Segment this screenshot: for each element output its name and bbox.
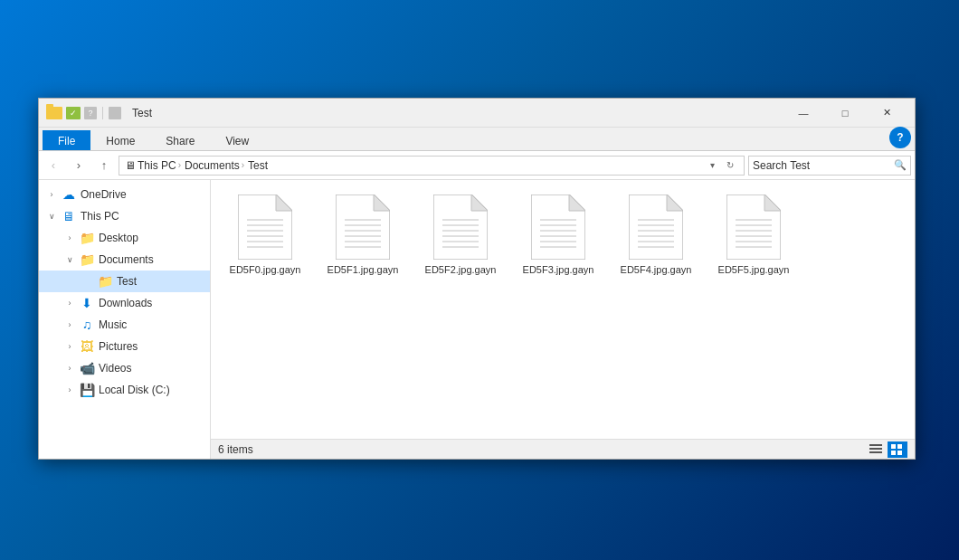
address-bar: ‹ › ↑ 🖥 This PC › Documents › Test ▾ ↻ bbox=[39, 151, 915, 180]
sidebar: › ☁ OneDrive ∨ 🖥 This PC › 📁 Desktop ∨ 📁… bbox=[39, 180, 211, 459]
expand-icon-local-disk: › bbox=[64, 385, 75, 394]
svg-marker-33 bbox=[667, 195, 683, 211]
explorer-window: ✓ ? Test — □ ✕ File Home Share View ? ‹ … bbox=[38, 98, 916, 460]
address-dropdown-button[interactable]: ▾ bbox=[704, 156, 720, 176]
downloads-icon: ⬇ bbox=[79, 296, 95, 310]
desktop-label: Desktop bbox=[99, 232, 138, 244]
back-button[interactable]: ‹ bbox=[43, 155, 64, 176]
svg-marker-25 bbox=[569, 195, 585, 211]
music-icon: ♫ bbox=[79, 318, 95, 332]
search-input[interactable] bbox=[753, 159, 890, 172]
svg-rect-48 bbox=[869, 444, 882, 446]
view-icons-button[interactable] bbox=[888, 441, 907, 458]
svg-rect-51 bbox=[891, 444, 896, 449]
close-button[interactable]: ✕ bbox=[866, 99, 907, 128]
window-controls: — □ ✕ bbox=[783, 99, 907, 128]
local-disk-label: Local Disk (C:) bbox=[99, 384, 170, 396]
svg-marker-9 bbox=[374, 195, 390, 211]
sidebar-item-pictures[interactable]: › 🖼 Pictures bbox=[39, 336, 210, 357]
sidebar-item-documents[interactable]: ∨ 📁 Documents bbox=[39, 249, 210, 271]
file-item-0[interactable]: ED5F0.jpg.gayn bbox=[220, 189, 310, 281]
tab-share[interactable]: Share bbox=[150, 130, 210, 150]
help-button[interactable]: ? bbox=[889, 127, 911, 148]
svg-marker-41 bbox=[764, 195, 781, 211]
tab-file[interactable]: File bbox=[43, 130, 90, 150]
file-icon-5 bbox=[726, 195, 781, 260]
file-icon-2 bbox=[433, 195, 488, 260]
expand-icon-videos: › bbox=[64, 364, 75, 373]
file-icon-4 bbox=[629, 195, 683, 260]
ribbon-tabs: File Home Share View ? bbox=[39, 128, 915, 151]
file-name-5: ED5F5.jpg.gayn bbox=[718, 263, 790, 276]
svg-rect-54 bbox=[897, 451, 902, 455]
sidebar-item-music[interactable]: › ♫ Music bbox=[39, 314, 210, 336]
up-button[interactable]: ↑ bbox=[93, 155, 115, 176]
expand-icon-thispc: ∨ bbox=[46, 212, 57, 221]
expand-icon-documents: ∨ bbox=[64, 255, 75, 264]
folder-icon-test: 📁 bbox=[97, 274, 113, 289]
qmark-icon: ? bbox=[84, 107, 97, 119]
file-content: ED5F0.jpg.gayn bbox=[211, 180, 915, 439]
view-buttons bbox=[866, 441, 907, 458]
search-icon: 🔍 bbox=[894, 159, 907, 171]
title-bar-icons: ✓ ? bbox=[46, 107, 121, 119]
svg-rect-49 bbox=[869, 448, 882, 450]
file-item-3[interactable]: ED5F3.jpg.gayn bbox=[513, 189, 603, 281]
test-label: Test bbox=[117, 275, 137, 288]
item-count: 6 items bbox=[218, 443, 253, 456]
file-icon-1 bbox=[336, 195, 390, 260]
videos-icon: 📹 bbox=[79, 361, 95, 375]
file-area: ED5F0.jpg.gayn bbox=[211, 180, 915, 459]
address-actions: ▾ ↻ bbox=[704, 156, 738, 176]
refresh-button[interactable]: ↻ bbox=[722, 156, 738, 176]
main-area: › ☁ OneDrive ∨ 🖥 This PC › 📁 Desktop ∨ 📁… bbox=[39, 180, 915, 459]
svg-rect-50 bbox=[869, 451, 882, 453]
breadcrumb-documents[interactable]: Documents › bbox=[185, 159, 244, 172]
view-details-button[interactable] bbox=[866, 441, 886, 458]
folder-icon-desktop: 📁 bbox=[79, 231, 95, 245]
breadcrumb-this-pc[interactable]: 🖥 This PC › bbox=[125, 159, 181, 172]
downloads-label: Downloads bbox=[99, 297, 152, 309]
file-name-3: ED5F3.jpg.gayn bbox=[523, 263, 594, 276]
nav-icon bbox=[109, 107, 121, 119]
sidebar-item-videos[interactable]: › 📹 Videos bbox=[39, 357, 210, 379]
expand-icon-downloads: › bbox=[64, 299, 75, 308]
this-pc-label: This PC bbox=[81, 210, 119, 223]
file-icon-0 bbox=[238, 195, 292, 260]
sidebar-item-local-disk[interactable]: › 💾 Local Disk (C:) bbox=[39, 379, 210, 401]
sidebar-item-onedrive[interactable]: › ☁ OneDrive bbox=[39, 184, 210, 205]
folder-icon-documents: 📁 bbox=[79, 252, 95, 267]
file-item-5[interactable]: ED5F5.jpg.gayn bbox=[708, 189, 799, 281]
file-item-4[interactable]: ED5F4.jpg.gayn bbox=[611, 189, 701, 281]
sidebar-item-downloads[interactable]: › ⬇ Downloads bbox=[39, 292, 210, 314]
videos-label: Videos bbox=[99, 362, 131, 375]
sep2: › bbox=[242, 160, 244, 170]
pictures-label: Pictures bbox=[99, 340, 138, 353]
file-name-1: ED5F1.jpg.gayn bbox=[328, 263, 399, 276]
sidebar-item-test[interactable]: 📁 Test bbox=[39, 271, 210, 292]
sep1: › bbox=[178, 160, 181, 170]
maximize-button[interactable]: □ bbox=[824, 99, 866, 128]
minimize-button[interactable]: — bbox=[783, 99, 824, 128]
expand-icon-onedrive: › bbox=[46, 190, 57, 199]
tab-view[interactable]: View bbox=[210, 130, 264, 150]
file-item-1[interactable]: ED5F1.jpg.gayn bbox=[318, 189, 408, 281]
title-bar: ✓ ? Test — □ ✕ bbox=[39, 99, 915, 128]
cloud-icon: ☁ bbox=[61, 187, 77, 202]
file-name-0: ED5F0.jpg.gayn bbox=[230, 263, 301, 276]
tab-home[interactable]: Home bbox=[90, 130, 150, 150]
sidebar-item-desktop[interactable]: › 📁 Desktop bbox=[39, 227, 210, 249]
forward-button[interactable]: › bbox=[68, 155, 90, 176]
breadcrumb-test[interactable]: Test bbox=[248, 159, 268, 172]
monitor-icon: 🖥 bbox=[61, 209, 77, 223]
svg-marker-17 bbox=[471, 195, 488, 211]
svg-rect-53 bbox=[891, 451, 896, 455]
sidebar-item-this-pc[interactable]: ∨ 🖥 This PC bbox=[39, 205, 210, 227]
file-item-2[interactable]: ED5F2.jpg.gayn bbox=[415, 189, 506, 281]
address-box[interactable]: 🖥 This PC › Documents › Test ▾ ↻ bbox=[119, 156, 745, 176]
music-label: Music bbox=[99, 318, 127, 331]
check-icon: ✓ bbox=[66, 107, 81, 119]
drive-icon: 💾 bbox=[79, 383, 95, 397]
expand-icon-pictures: › bbox=[64, 342, 75, 351]
search-box[interactable]: 🔍 bbox=[748, 156, 911, 176]
